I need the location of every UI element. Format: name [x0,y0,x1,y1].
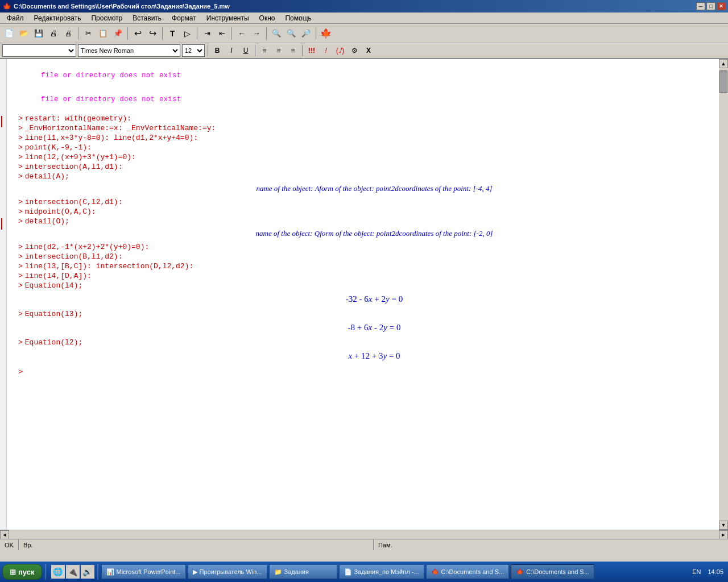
undo-button[interactable]: ↩ [131,27,144,40]
prompt-13: > [18,262,23,271]
prompt-5: > [18,153,23,161]
title-bar-controls[interactable]: ─ □ ✕ [696,2,726,10]
menu-item-4[interactable]: Формат [167,13,201,23]
indent-button[interactable]: ⇥ [200,27,214,40]
open-button[interactable]: 📂 [17,27,31,40]
format-extra4[interactable]: ⚙ [348,44,361,57]
maple-line-8: > intersection(C,l2,d1): [18,198,708,206]
format-extra1[interactable]: !!! [305,44,318,57]
scroll-down-button[interactable]: ▼ [719,521,728,530]
cut-button[interactable]: ✂ [81,27,95,40]
maple-line-9: > midpoint(O,A,C): [18,207,708,216]
maple-line-15: > Equation(l4); [18,281,708,290]
error-block-1: file or directory does not exist [41,69,708,82]
prompt-10: > [18,217,23,226]
paste-button[interactable]: 📌 [111,27,125,40]
menu-item-2[interactable]: Просмотр [86,13,127,23]
math-button[interactable]: ▷ [180,27,194,40]
code-16: Equation(l3); [25,310,82,318]
prompt-9: > [18,207,23,216]
new-button[interactable]: 📄 [2,27,16,40]
error-text-1: file or directory does not exist [41,69,708,82]
prompt-4: > [18,143,23,152]
prompt-3: > [18,134,23,142]
size-select[interactable]: 12 [182,44,205,57]
italic-button[interactable]: I [225,44,238,57]
status-mem: Пам. [374,539,728,550]
toolbar-sep3 [162,27,163,40]
code-block-4: > Equation(l3); [18,310,708,318]
maple-line-4: > point(K,-9,-1): [18,143,708,152]
maple-line-12: > intersection(B,l1,d2): [18,252,708,261]
output-2: name of the object: Qform of the object:… [41,227,708,240]
maximize-button[interactable]: □ [706,2,715,10]
maple-line-1: > restart: with(geometry): [18,114,708,123]
format-extra2[interactable]: ! [320,44,332,57]
save-button[interactable]: 💾 [32,27,46,40]
toolbar-sep2 [127,27,128,40]
status-bar: OK Вр. Пам. [0,539,728,550]
print-button[interactable]: 🖨 [47,27,60,40]
menu-item-5[interactable]: Инструменты [202,13,254,23]
code-15: Equation(l4); [25,281,82,290]
align-center-button[interactable]: ≡ [272,44,285,57]
prompt-15: > [18,281,23,290]
document-content[interactable]: file or directory does not exist file or… [7,59,719,530]
format-extra5[interactable]: X [362,44,375,57]
prompt-2: > [18,124,23,132]
outdent-button[interactable]: ⇤ [215,27,229,40]
style-select[interactable]: C Maple Input [2,44,76,57]
menu-item-6[interactable]: Окно [255,13,280,23]
output-1: name of the object: Aform of the object:… [41,182,708,196]
vertical-scrollbar[interactable]: ▲ ▼ [719,59,728,530]
maple-line-7: > detail(A); [18,172,708,181]
status-vr: Вр. [19,539,374,550]
format-extra3[interactable]: (./) [334,44,346,57]
scroll-left-button[interactable]: ◄ [0,530,9,539]
zoom-in-button[interactable]: 🔍 [270,27,283,40]
prompt-11: > [18,243,23,251]
menu-item-3[interactable]: Вставить [128,13,166,23]
redo-button[interactable]: ↪ [146,27,159,40]
code-14: line(l4,[D,A]): [25,272,92,280]
menu-item-0[interactable]: Файл [2,13,28,23]
code-block-5: > Equation(l2); [18,338,708,347]
menu-item-7[interactable]: Помощь [280,13,316,23]
scroll-right-button[interactable]: ► [719,530,728,539]
math-output-1: -32 - 6x + 2y = 0 [41,291,708,307]
text-button[interactable]: T [166,27,179,40]
align-right-button[interactable]: ≡ [287,44,299,57]
toolbar-sep5 [231,27,232,40]
align-left-button[interactable]: ≡ [258,44,271,57]
menu-item-1[interactable]: Редактировать [30,13,86,23]
error-block-2: file or directory does not exist [41,93,708,106]
maple-line-3: > line(l1,x+3*y-8=0): line(d1,2*x+y+4=0)… [18,134,708,142]
error-text-2: file or directory does not exist [41,93,708,106]
print2-button[interactable]: 🖨 [61,27,75,40]
toolbar-sep1 [78,27,78,40]
code-12: intersection(B,l1,d2): [25,252,123,261]
toolbar-sep4 [197,27,197,40]
minimize-button[interactable]: ─ [696,2,705,10]
maple-line-10: > detail(O); [18,217,708,226]
underline-button[interactable]: U [239,44,252,57]
code-4: point(K,-9,-1): [25,143,92,152]
bold-button[interactable]: B [211,44,224,57]
content-area: file or directory does not exist file or… [0,59,728,530]
code-1: restart: with(geometry): [25,114,131,123]
prompt-14: > [18,272,23,280]
scroll-up-button[interactable]: ▲ [719,59,728,68]
zoom3-button[interactable]: 🔎 [299,27,313,40]
prompt-1: > [18,114,23,123]
font-select[interactable]: Times New Roman [78,44,180,57]
scroll-thumb[interactable] [719,70,727,93]
maple-button[interactable]: 🍁 [319,27,333,40]
horizontal-scrollbar[interactable]: ◄ ► [0,530,728,539]
right-arrow-button[interactable]: → [250,27,263,40]
zoom-out-button[interactable]: 🔍 [284,27,298,40]
menu-bar: ФайлРедактироватьПросмотрВставитьФорматИ… [0,13,728,24]
left-arrow-button[interactable]: ← [235,27,249,40]
prompt-12: > [18,252,23,261]
copy-button[interactable]: 📋 [96,27,110,40]
close-button[interactable]: ✕ [717,2,726,10]
